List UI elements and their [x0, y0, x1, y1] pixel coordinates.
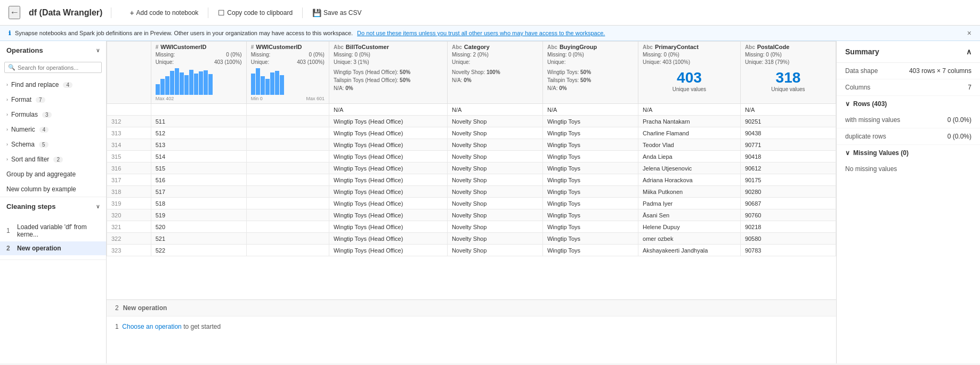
sidebar-item-sort-filter[interactable]: › Sort and filter 2: [0, 152, 106, 167]
search-icon: 🔍: [8, 64, 15, 71]
sidebar-item-schema[interactable]: › Schema 5: [0, 137, 106, 152]
add-code-button[interactable]: + Add code to notebook: [124, 6, 204, 19]
table-row: N/AN/AN/AN/AN/A: [107, 104, 836, 116]
sidebar-item-numeric[interactable]: › Numeric 4: [0, 122, 106, 137]
operations-title[interactable]: Operations ∨: [0, 41, 106, 60]
main-layout: Operations ∨ 🔍 › Find and replace 4 › Fo…: [0, 41, 980, 363]
summary-missing-values-row: with missing values 0 (0.0%): [837, 112, 980, 128]
table-row: 319518Wingtip Toys (Head Office)Novelty …: [107, 198, 836, 209]
sidebar-item-find-replace[interactable]: › Find and replace 4: [0, 77, 106, 92]
summary-data-shape: Data shape 403 rows × 7 columns: [837, 63, 980, 79]
sep2: [208, 7, 208, 18]
bottom-panel: 2 New operation 1 Choose an operation to…: [107, 299, 836, 363]
header: ← df (Data Wrangler) + Add code to noteb…: [0, 0, 980, 26]
choose-op-link[interactable]: Choose an operation: [122, 323, 181, 330]
header-actions: + Add code to notebook ☐ Copy code to cl…: [124, 6, 367, 19]
info-bar: ℹ Synapse notebooks and Spark job defini…: [0, 26, 980, 41]
format-badge: 7: [36, 97, 45, 103]
col-header-primary-contact: Abc PrimaryContact Missing: 0 (0%) Uniqu…: [638, 42, 741, 104]
page-title: df (Data Wrangler): [29, 8, 102, 18]
header-separator: [111, 7, 111, 18]
histogram-wwi2: [251, 68, 325, 95]
save-icon: 💾: [312, 9, 321, 17]
chevron-down-icon: ∨: [845, 100, 850, 108]
col-header-index: [107, 42, 151, 104]
sidebar-item-new-col-example[interactable]: New column by example: [0, 182, 106, 197]
table-row: 314513Wingtip Toys (Head Office)Novelty …: [107, 139, 836, 151]
summary-duplicate-rows: duplicate rows 0 (0.0%): [837, 128, 980, 145]
left-sidebar: Operations ∨ 🔍 › Find and replace 4 › Fo…: [0, 41, 107, 363]
sidebar-item-format[interactable]: › Format 7: [0, 92, 106, 107]
summary-rows-section[interactable]: ∨ Rows (403): [837, 96, 980, 112]
info-message: Synapse notebooks and Spark job definiti…: [15, 30, 353, 36]
search-box: 🔍: [4, 62, 102, 73]
chevron-icon: ›: [6, 112, 8, 117]
close-icon[interactable]: ×: [967, 29, 971, 37]
data-grid: # WWICustomerID Missing: 0 (0%) Unique: …: [107, 41, 836, 256]
cleaning-chevron: ∨: [96, 204, 100, 209]
table-row: 320519Wingtip Toys (Head Office)Novelty …: [107, 209, 836, 221]
chevron-icon: ›: [6, 82, 8, 87]
table-row: 318517Wingtip Toys (Head Office)Novelty …: [107, 186, 836, 198]
schema-badge: 5: [39, 142, 48, 148]
save-as-button[interactable]: 💾 Save as CSV: [307, 6, 367, 19]
cleaning-step-1[interactable]: 1 Loaded variable 'df' from kerne...: [0, 220, 106, 241]
summary-columns: Columns 7: [837, 79, 980, 96]
info-link[interactable]: Do not use these items unless you trust …: [357, 30, 605, 36]
col-header-wwicustomerid2: # WWICustomerID Missing: 0 (0%) Unique: …: [246, 42, 329, 104]
numeric-badge: 4: [39, 127, 49, 133]
choose-op: 1 Choose an operation to get started: [107, 317, 836, 337]
col-header-postal: Abc PostalCode Missing: 0 (0%) Unique: 3…: [740, 42, 836, 104]
info-icon: ℹ: [9, 30, 11, 37]
chevron-icon: ›: [6, 127, 8, 132]
sidebar-item-formulas[interactable]: › Formulas 3: [0, 107, 106, 122]
cleaning-section: Cleaning steps ∨ 1 Loaded variable 'df' …: [0, 197, 106, 260]
summary-chevron: ∧: [966, 47, 971, 56]
operations-chevron: ∨: [96, 47, 100, 53]
table-row: 321520Wingtip Toys (Head Office)Novelty …: [107, 221, 836, 233]
chevron-icon: ›: [6, 97, 8, 102]
search-input[interactable]: [18, 64, 98, 71]
sidebar-item-group-by[interactable]: Group by and aggregate: [0, 167, 106, 182]
col-header-category: Abc Category Missing: 2 (0%) Unique: Nov…: [447, 42, 542, 104]
table-row: 317516Wingtip Toys (Head Office)Novelty …: [107, 174, 836, 186]
summary-missing-section[interactable]: ∨ Missing Values (0): [837, 145, 980, 161]
sep3: [302, 7, 303, 18]
sort-filter-badge: 2: [53, 157, 63, 163]
table-row: 313512Wingtip Toys (Head Office)Novelty …: [107, 127, 836, 139]
summary-no-missing: No missing values: [837, 161, 980, 177]
new-op-header: 2 New operation: [107, 300, 836, 317]
center-panel: # WWICustomerID Missing: 0 (0%) Unique: …: [107, 41, 836, 363]
data-grid-container[interactable]: # WWICustomerID Missing: 0 (0%) Unique: …: [107, 41, 836, 299]
table-row: 316515Wingtip Toys (Head Office)Novelty …: [107, 163, 836, 174]
cleaning-step-2[interactable]: 2 New operation: [0, 241, 106, 255]
chevron-icon: ›: [6, 142, 8, 147]
table-row: 323522Wingtip Toys (Head Office)Novelty …: [107, 245, 836, 256]
back-button[interactable]: ←: [9, 6, 20, 19]
table-row: 322521Wingtip Toys (Head Office)Novelty …: [107, 233, 836, 245]
histogram-wwi: [156, 68, 242, 95]
right-sidebar: Summary ∧ Data shape 403 rows × 7 column…: [836, 41, 980, 363]
copy-icon: ☐: [218, 9, 225, 17]
col-header-buying: Abc BuyingGroup Missing: 0 (0%) Unique: …: [542, 42, 638, 104]
plus-icon: +: [129, 9, 134, 17]
operations-section: Operations ∨ 🔍 › Find and replace 4 › Fo…: [0, 41, 106, 197]
cleaning-title[interactable]: Cleaning steps ∨: [0, 197, 106, 216]
table-row: 312511Wingtip Toys (Head Office)Novelty …: [107, 116, 836, 127]
find-replace-badge: 4: [63, 82, 72, 88]
chevron-down-icon-2: ∨: [845, 149, 850, 157]
cleaning-steps-list: 1 Loaded variable 'df' from kerne... 2 N…: [0, 216, 106, 259]
col-header-bill: Abc BillToCustomer Missing: 0 (0%) Uniqu…: [329, 42, 447, 104]
summary-title: Summary: [845, 47, 879, 56]
table-row: 315514Wingtip Toys (Head Office)Novelty …: [107, 151, 836, 163]
summary-header: Summary ∧: [837, 41, 980, 63]
chevron-icon: ›: [6, 157, 8, 162]
col-header-wwi: # WWICustomerID Missing: 0 (0%) Unique: …: [151, 42, 246, 104]
formulas-badge: 3: [42, 112, 52, 118]
copy-code-button[interactable]: ☐ Copy code to clipboard: [213, 6, 298, 19]
